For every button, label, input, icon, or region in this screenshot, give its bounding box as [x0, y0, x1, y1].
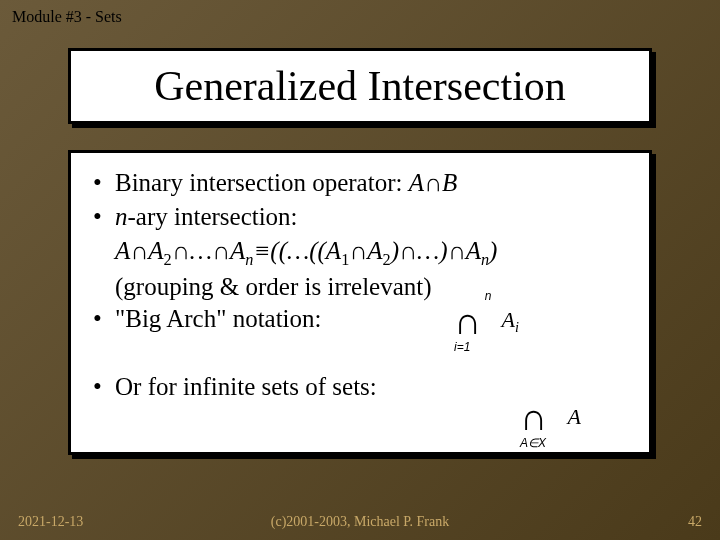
m5: )∩…)∩A	[391, 237, 481, 264]
bullet-2-line3: (grouping & order is irrelevant)	[115, 271, 627, 303]
bullet-2: • n-ary intersection:	[93, 201, 627, 233]
bullet-2-rest: -ary intersection:	[128, 203, 298, 230]
bullet-2-line2: A∩A2∩…∩An≡((…((A1∩A2)∩…)∩An)	[115, 235, 627, 271]
module-header: Module #3 - Sets	[12, 8, 122, 26]
cap-sup-n: n	[485, 289, 492, 304]
bullet-marker: •	[93, 201, 115, 233]
footer-page: 42	[688, 514, 702, 530]
term-i: i	[515, 319, 519, 335]
bullet-3: • "Big Arch" notation:	[93, 303, 627, 335]
bullet-marker: •	[93, 167, 115, 199]
term-A: A	[568, 404, 581, 429]
m2: ∩…∩A	[172, 237, 246, 264]
bullet-1-content: Binary intersection operator: A∩B	[115, 167, 627, 199]
intersection-symbol-2: ∩ A∈X	[520, 393, 547, 442]
subn2: n	[481, 251, 489, 269]
m3: ≡((…((A	[253, 237, 341, 264]
m1: A∩A	[115, 237, 164, 264]
slide-title: Generalized Intersection	[154, 62, 566, 110]
bullet-marker: •	[93, 371, 115, 403]
content-box: • Binary intersection operator: A∩B • n-…	[68, 150, 652, 455]
m6: )	[489, 237, 497, 264]
sub2a: 2	[164, 251, 172, 269]
bullet-3-content: "Big Arch" notation:	[115, 303, 627, 335]
footer-date: 2021-12-13	[18, 514, 83, 530]
bullet-2-n: n	[115, 203, 128, 230]
bullet-marker: •	[93, 303, 115, 335]
cap-sub-i1: i=1	[454, 340, 470, 355]
term-Ai: Ai	[502, 307, 519, 332]
title-box: Generalized Intersection	[68, 48, 652, 124]
bullet-2-content: n-ary intersection:	[115, 201, 627, 233]
bullet-1-text: Binary intersection operator:	[115, 169, 409, 196]
cap-sub-ax: A∈X	[520, 436, 546, 451]
footer: 2021-12-13 (c)2001-2003, Michael P. Fran…	[0, 514, 720, 530]
big-arch-infinite: ∩ A∈X A	[520, 393, 581, 442]
bullet-1: • Binary intersection operator: A∩B	[93, 167, 627, 199]
footer-copyright: (c)2001-2003, Michael P. Frank	[271, 514, 449, 530]
intersection-symbol: ∩ n i=1	[454, 297, 481, 346]
bullet-1-math: A∩B	[409, 169, 458, 196]
sub2b: 2	[383, 251, 391, 269]
term-A: A	[502, 307, 515, 332]
m4: ∩A	[349, 237, 382, 264]
big-arch-finite: ∩ n i=1 Ai	[454, 297, 519, 346]
